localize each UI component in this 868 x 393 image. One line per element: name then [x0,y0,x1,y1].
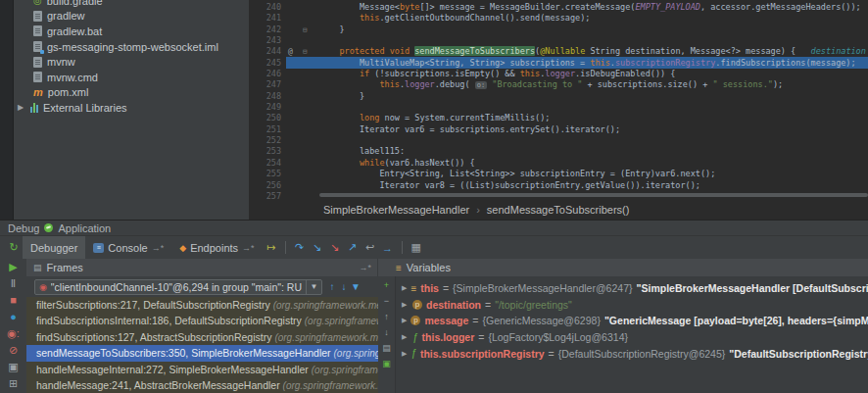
run-to-cursor-icon[interactable]: → [379,242,397,254]
code-editor[interactable]: 240 Message<byte[]> message = MessageBui… [249,0,868,199]
line-number[interactable]: 255 [249,169,281,179]
code-line-245[interactable]: 245 MultiValueMap<String, String> subscr… [249,58,868,69]
line-number[interactable]: 242 [249,25,281,35]
code-line-242[interactable]: 242⊟ } [249,25,868,35]
expand-arrow-icon[interactable]: ▶ [402,284,407,292]
line-number[interactable]: 257 [249,191,281,199]
evaluate-expression-icon[interactable]: ▦ [408,241,425,254]
editor-horizontal-scrollbar[interactable] [319,193,868,197]
breadcrumb-class[interactable]: SimpleBrokerMessageHandler [323,204,469,216]
line-number[interactable]: 256 [249,180,281,191]
force-step-into-icon[interactable]: ↘ [326,241,344,254]
maven-file-icon: m [33,86,43,98]
move-watch-down-icon[interactable]: ↓ [384,328,389,337]
tree-item-mvnw[interactable]: mvnw [14,54,249,70]
tab-endpoints[interactable]: ◆Endpoints→* [171,236,262,259]
code-line-248[interactable]: 248 } [249,91,868,102]
tree-item-mvnw-cmd[interactable]: mvnw.cmd [14,70,249,85]
fold-icon[interactable]: ⊟ [303,25,308,35]
resume-program-icon[interactable]: ▶ [9,261,17,272]
stop-process-icon[interactable]: ■ [10,294,17,306]
code-line-249[interactable]: 249 [249,102,868,113]
frame-row[interactable]: handleMessageInternal:272, SimpleBrokerM… [26,362,378,377]
expand-arrow-icon[interactable]: ▶ [402,317,407,324]
step-over-icon[interactable]: ↷ [291,241,309,254]
tab-debugger[interactable]: Debugger [23,236,85,259]
code-line-241[interactable]: 241 this.getClientOutboundChannel().send… [249,13,868,24]
tree-item-external-libraries[interactable]: ▶External Libraries [14,100,249,116]
thread-selector-dropdown[interactable]: ◉ "clientInboundChannel-10"@6,294 in gro… [34,279,322,295]
drop-frame-icon[interactable]: ↩ [362,241,379,254]
line-number[interactable]: 247 [249,79,281,90]
line-number[interactable]: 254 [249,158,281,169]
variable-row[interactable]: ▶ƒthis.subscriptionRegistry={DefaultSubs… [396,345,868,362]
variable-row[interactable]: ▶≡this={SimpleBrokerMessageHandler@6247}… [396,280,868,297]
line-number[interactable]: 253 [249,146,281,157]
code-line-252[interactable]: 252 [249,135,868,146]
expand-arrow-icon[interactable]: ▶ [402,301,409,309]
line-number[interactable]: 241 [249,13,281,24]
settings-layers-icon[interactable]: ⊞ [9,377,18,389]
line-number[interactable]: 245 [249,58,281,69]
code-line-253[interactable]: 253 label115: [249,146,868,157]
rerun-application-icon[interactable]: ↻ [5,241,23,254]
line-number[interactable]: 244 [249,46,281,57]
evaluate-in-frame-icon[interactable]: ▣ [382,360,391,368]
resume-all-icon[interactable]: ● [10,311,17,322]
frame-row[interactable]: handleMessage:241, AbstractBrokerMessage… [26,377,378,393]
previous-frame-icon[interactable]: ↑ [326,281,338,292]
tree-item-gradlew-bat[interactable]: gradlew.bat [14,24,249,39]
frame-row[interactable]: findSubscriptions:127, AbstractSubscript… [26,329,378,345]
variable-row[interactable]: ▶pmessage={GenericMessage@6298} "Generic… [396,313,868,329]
line-number[interactable]: 252 [249,135,281,146]
breadcrumb-method[interactable]: sendMessageToSubscribers() [487,204,630,216]
step-into-icon[interactable]: ↘ [309,241,326,254]
remove-watch-icon[interactable]: − [384,297,389,306]
line-number[interactable]: 250 [249,113,281,123]
code-line-247[interactable]: 247 this.logger.debug( o: "Broadcasting … [249,79,868,90]
next-frame-icon[interactable]: ↓ [338,281,350,292]
new-watch-icon[interactable]: + [384,281,389,290]
frame-row[interactable]: filterSubscriptions:217, DefaultSubscrip… [26,297,378,313]
line-number[interactable]: 243 [249,35,281,46]
line-number[interactable]: 240 [249,2,281,13]
code-line-240[interactable]: 240 Message<byte[]> message = MessageBui… [249,2,868,13]
variable-row[interactable]: ▶ƒthis.logger={LogFactory$Log4jLog@6314} [396,329,868,346]
variable-row[interactable]: ▶pdestination="/topic/greetings" [396,297,868,314]
frame-row[interactable]: sendMessageToSubscribers:350, SimpleBrok… [26,345,378,361]
expand-arrow-icon[interactable]: ▶ [402,333,409,341]
line-number[interactable]: 249 [249,102,281,113]
code-line-251[interactable]: 251 Iterator var6 = subscriptions.entryS… [249,124,868,135]
tab-console[interactable]: ≡Console→* [85,236,171,259]
thread-dump-icon[interactable]: ▣ [8,361,18,372]
filter-frames-icon[interactable]: ▼ [350,281,362,292]
line-number[interactable]: 248 [249,91,281,102]
tree-item-pom-xml[interactable]: mpom.xml [14,85,249,101]
expand-arrow-icon[interactable]: ▶ [18,103,25,112]
expand-arrow-icon[interactable]: ▶ [402,350,407,358]
code-line-255[interactable]: 255 Entry<String, List<String>> subscrip… [249,169,868,179]
chevron-down-icon[interactable]: ▼ [306,280,321,294]
code-line-243[interactable]: 243 [249,35,868,46]
move-watch-up-icon[interactable]: ↑ [384,313,389,321]
show-execution-point-icon[interactable]: ↦ [263,241,280,254]
frame-row[interactable]: findSubscriptionsInternal:186, DefaultSu… [26,313,378,328]
debug-session-tab[interactable]: Application [58,222,111,234]
code-line-250[interactable]: 250 long now = System.currentTimeMillis(… [249,113,868,123]
view-breakpoints-icon[interactable]: ◉: [7,327,20,339]
pause-program-icon[interactable]: Ⅱ [11,277,16,289]
fold-icon[interactable]: ⊟ [303,46,308,57]
code-line-246[interactable]: 246 if (!subscriptions.isEmpty() && this… [249,69,868,79]
code-line-256[interactable]: 256 Iterator var8 = ((List)subscriptionE… [249,180,868,191]
copy-value-icon[interactable]: ▤ [382,344,391,353]
code-line-254[interactable]: 254 while(var6.hasNext()) { [249,158,868,169]
step-out-icon[interactable]: ↗ [344,241,362,254]
mute-breakpoints-icon[interactable]: ⊘ [9,344,18,356]
tree-item-gs-messaging-stomp-websocket-iml[interactable]: gs-messaging-stomp-websocket.iml [14,39,249,55]
code-line-244[interactable]: 244@⊟ protected void sendMessageToSubscr… [249,46,868,57]
frames-header-pin-icon[interactable]: →* [359,263,371,272]
tree-item-build-gradle[interactable]: ◎build.gradle [14,0,249,9]
tree-item-gradlew[interactable]: gradlew [14,9,249,25]
line-number[interactable]: 246 [249,69,281,79]
line-number[interactable]: 251 [249,124,281,135]
